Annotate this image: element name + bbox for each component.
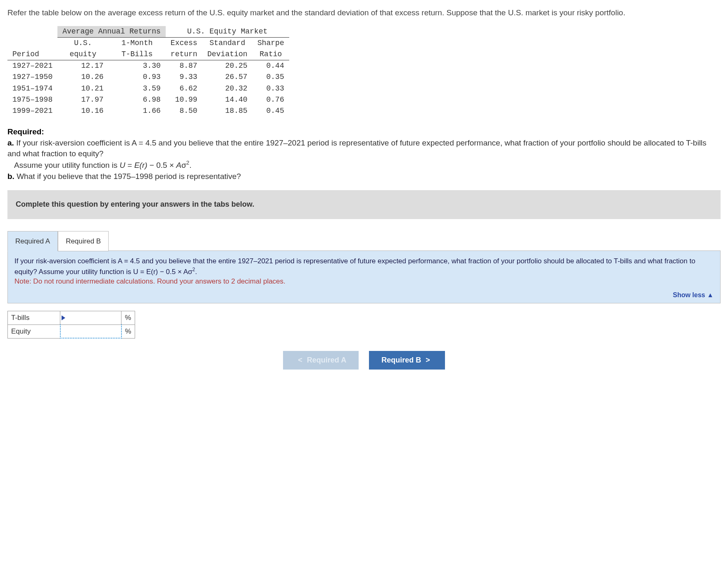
returns-table: Average Annual Returns U.S. Equity Marke… xyxy=(7,26,289,117)
cell-tbills: 1.66 xyxy=(109,105,166,117)
header-usequity-2: equity xyxy=(57,49,108,60)
formula-a: A xyxy=(176,161,181,169)
header-usequity-1: U.S. xyxy=(57,37,108,49)
required-heading: Required: xyxy=(7,127,44,136)
assume-prefix: Assume your utility function is xyxy=(14,161,120,169)
tab-required-b[interactable]: Required B xyxy=(58,231,109,252)
nav-buttons: < Required A Required B > xyxy=(7,351,721,370)
header-tbills-2: T-Bills xyxy=(109,49,166,60)
cell-equity: 17.97 xyxy=(57,94,108,105)
cell-excess: 6.62 xyxy=(166,83,202,94)
cell-period: 1927–2021 xyxy=(7,60,57,72)
header-std-1: Standard xyxy=(202,37,252,49)
formula-u: U xyxy=(120,161,126,169)
cell-sharpe: 0.76 xyxy=(252,94,289,105)
chevron-right-icon: > xyxy=(426,356,430,364)
table-row: 1927–2021 12.17 3.30 8.87 20.25 0.44 xyxy=(7,60,289,72)
cell-sharpe: 0.35 xyxy=(252,72,289,83)
cell-std: 20.32 xyxy=(202,83,252,94)
cell-sharpe: 0.33 xyxy=(252,83,289,94)
tbills-input[interactable] xyxy=(60,311,121,325)
cell-tbills: 0.93 xyxy=(109,72,166,83)
header-sharpe-1: Sharpe xyxy=(252,37,289,49)
cell-equity: 10.16 xyxy=(57,105,108,117)
cell-period: 1975–1998 xyxy=(7,94,57,105)
tabs: Required ARequired B xyxy=(7,231,721,251)
header-std-2: Deviation xyxy=(202,49,252,60)
cell-tbills: 6.98 xyxy=(109,94,166,105)
cell-equity: 12.17 xyxy=(57,60,108,72)
req-b-prefix: b. xyxy=(7,172,14,181)
instruction-box: Complete this question by entering your … xyxy=(7,190,721,219)
header-sharpe-2: Ratio xyxy=(252,49,289,60)
formula-period: . xyxy=(189,161,191,169)
req-a-assume: Assume your utility function is U = E(r)… xyxy=(14,161,191,169)
answer-table: T-bills % Equity % xyxy=(7,311,135,339)
table-row: 1975–1998 17.97 6.98 10.99 14.40 0.76 xyxy=(7,94,289,105)
formula-minus: − 0.5 × xyxy=(148,161,176,169)
required-section: Required: a. If your risk-aversion coeff… xyxy=(7,126,721,182)
active-cell-indicator-icon xyxy=(62,315,65,320)
cell-std: 14.40 xyxy=(202,94,252,105)
prev-label: Required A xyxy=(307,356,346,364)
cell-std: 18.85 xyxy=(202,105,252,117)
header-excess-1: Excess xyxy=(166,37,202,49)
intro-text: Refer the table below on the average exc… xyxy=(7,7,721,19)
table-row: 1951–1974 10.21 3.59 6.62 20.32 0.33 xyxy=(7,83,289,94)
equity-input[interactable] xyxy=(60,325,121,339)
cell-period: 1999–2021 xyxy=(7,105,57,117)
req-b-text: What if you believe that the 1975–1998 p… xyxy=(17,172,241,181)
cell-excess: 8.87 xyxy=(166,60,202,72)
panel-required-a: If your risk-aversion coefficient is A =… xyxy=(7,250,721,303)
chevron-left-icon: < xyxy=(298,356,302,364)
prev-required-a-button[interactable]: < Required A xyxy=(283,351,359,370)
cell-sharpe: 0.44 xyxy=(252,60,289,72)
cell-tbills: 3.59 xyxy=(109,83,166,94)
header-tbills-1: 1-Month xyxy=(109,37,166,49)
cell-std: 20.25 xyxy=(202,60,252,72)
tab-required-a[interactable]: Required A xyxy=(7,231,58,252)
panel-note: Note: Do not round intermediate calculat… xyxy=(14,277,285,285)
cell-period: 1951–1974 xyxy=(7,83,57,94)
equity-pct-label: % xyxy=(121,325,135,339)
table-row: 1999–2021 10.16 1.66 8.50 18.85 0.45 xyxy=(7,105,289,117)
table-row: 1927–1950 10.26 0.93 9.33 26.57 0.35 xyxy=(7,72,289,83)
cell-equity: 10.21 xyxy=(57,83,108,94)
formula-eq: = xyxy=(125,161,134,169)
panel-sup: 2 xyxy=(193,267,195,272)
cell-equity: 10.26 xyxy=(57,72,108,83)
formula-sigma: σ xyxy=(181,161,186,169)
show-less-toggle[interactable]: Show less ▲ xyxy=(14,291,714,300)
req-a-text: If your risk-aversion coefficient is A =… xyxy=(7,138,707,158)
panel-period: . xyxy=(195,268,197,276)
cell-excess: 10.99 xyxy=(166,94,202,105)
group-header-equity: U.S. Equity Market xyxy=(166,26,289,38)
next-label: Required B xyxy=(381,356,421,364)
cell-excess: 8.50 xyxy=(166,105,202,117)
cell-tbills: 3.30 xyxy=(109,60,166,72)
formula-er: E(r) xyxy=(134,161,148,169)
next-required-b-button[interactable]: Required B > xyxy=(369,351,445,370)
header-period: Period xyxy=(7,37,57,60)
panel-question-text: If your risk-aversion coefficient is A =… xyxy=(14,257,714,286)
cell-excess: 9.33 xyxy=(166,72,202,83)
formula-sup: 2 xyxy=(186,160,189,166)
equity-row-label: Equity xyxy=(8,325,60,339)
cell-period: 1927–1950 xyxy=(7,72,57,83)
cell-sharpe: 0.45 xyxy=(252,105,289,117)
req-a-prefix: a. xyxy=(7,138,14,147)
triangle-up-icon: ▲ xyxy=(707,291,714,298)
cell-std: 26.57 xyxy=(202,72,252,83)
tbills-pct-label: % xyxy=(121,311,135,325)
header-excess-2: return xyxy=(166,49,202,60)
panel-line1: If your risk-aversion coefficient is A =… xyxy=(14,257,695,276)
tbills-row-label: T-bills xyxy=(8,311,60,325)
show-less-label: Show less xyxy=(673,291,705,298)
group-header-avg: Average Annual Returns xyxy=(57,26,166,38)
